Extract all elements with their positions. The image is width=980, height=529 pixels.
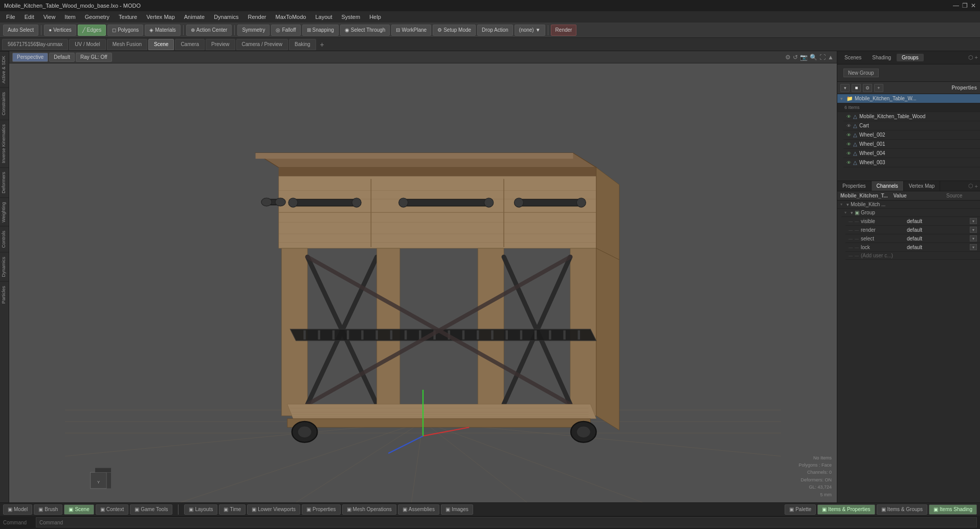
drop-action-button[interactable]: Drop Action bbox=[477, 25, 513, 36]
menu-system[interactable]: System bbox=[337, 13, 364, 21]
sidebar-tab-particles[interactable]: Particles bbox=[0, 281, 9, 308]
tree-item-wheel004[interactable]: 👁 △ Wheel_004 bbox=[843, 149, 980, 158]
right-tab-shading[interactable]: Shading bbox=[867, 54, 896, 61]
tree-item-wheel001[interactable]: 👁 △ Wheel_001 bbox=[843, 140, 980, 149]
vertices-button[interactable]: ● Vertices bbox=[44, 25, 76, 36]
prop-dropdown-lock[interactable]: ▾ bbox=[970, 244, 977, 250]
ray-gl-button[interactable]: Ray GL: Off bbox=[76, 53, 112, 62]
tree-eye-2[interactable]: 👁 bbox=[847, 123, 851, 128]
tree-item-mobile-kitchen-wood[interactable]: 👁 △ Mobile_Kitchen_Table_Wood bbox=[843, 112, 980, 121]
scene-tree[interactable]: ▾ 📁 Mobile_Kitchen_Table_W... 6 Items 👁 … bbox=[837, 94, 980, 181]
bottom-palette-button[interactable]: ▣ Palette bbox=[785, 504, 816, 515]
minimize-button[interactable]: — bbox=[953, 2, 959, 9]
scene-btn-3[interactable]: ⚙ bbox=[863, 84, 872, 92]
workplane-button[interactable]: ⊟ WorkPlane bbox=[391, 25, 431, 36]
bottom-context-button[interactable]: ▣ Context bbox=[96, 504, 128, 515]
polygons-button[interactable]: ◻ Polygons bbox=[107, 25, 143, 36]
prop-expand-icon[interactable]: ⬡ bbox=[968, 183, 973, 189]
viewport-canvas[interactable]: Y No Items Polygons : Face Channels: 0 D… bbox=[9, 63, 837, 502]
snapping-button[interactable]: ⊞ Snapping bbox=[302, 25, 339, 36]
menu-help[interactable]: Help bbox=[365, 13, 385, 21]
bottom-mesh-ops-button[interactable]: ▣ Mesh Operations bbox=[342, 504, 396, 515]
action-center-button[interactable]: ⊕ Action Center bbox=[186, 25, 232, 36]
tree-eye-5[interactable]: 👁 bbox=[847, 151, 851, 156]
tab-preview[interactable]: Preview bbox=[206, 39, 235, 50]
tab-camera-preview[interactable]: Camera / Preview bbox=[236, 39, 288, 50]
tab-mesh-fusion[interactable]: Mesh Fusion bbox=[107, 39, 147, 50]
tree-eye-1[interactable]: 👁 bbox=[847, 114, 851, 119]
menu-render[interactable]: Render bbox=[243, 13, 270, 21]
right-tab-groups[interactable]: Groups bbox=[897, 54, 924, 61]
sidebar-tab-weighting[interactable]: Weighting bbox=[0, 197, 9, 227]
menu-dynamics[interactable]: Dynamics bbox=[210, 13, 242, 21]
bottom-lower-viewports-button[interactable]: ▣ Lower Viewports bbox=[247, 504, 300, 515]
select-through-button[interactable]: ◉ Select Through bbox=[340, 25, 390, 36]
menu-texture[interactable]: Texture bbox=[115, 13, 141, 21]
prop-row-lock[interactable]: — — lock default ▾ bbox=[845, 243, 980, 252]
menu-maxtomodo[interactable]: MaxToModo bbox=[272, 13, 310, 21]
tab-baking[interactable]: Baking bbox=[289, 39, 316, 50]
viewport-settings-icon[interactable]: ⚙ bbox=[785, 54, 791, 61]
scene-btn-1[interactable]: ▾ bbox=[840, 84, 850, 92]
sidebar-tab-dynamics[interactable]: Dynamics bbox=[0, 252, 9, 281]
tree-item-wheel003[interactable]: 👁 △ Wheel_003 bbox=[843, 158, 980, 167]
viewport-expand-icon[interactable]: ⛶ bbox=[819, 54, 826, 61]
bottom-items-shading-button[interactable]: ▣ Items Shading bbox=[929, 504, 977, 515]
sidebar-tab-constraints[interactable]: Constraints bbox=[0, 87, 9, 120]
bottom-items-groups-button[interactable]: ▣ Items & Groups bbox=[877, 504, 927, 515]
scene-btn-4[interactable]: + bbox=[874, 84, 883, 92]
perspective-button[interactable]: Perspective bbox=[12, 53, 48, 62]
tab-uv-model[interactable]: UV / Model bbox=[69, 39, 105, 50]
prop-expand-1[interactable]: ▾ bbox=[847, 202, 851, 207]
scene-btn-2[interactable]: ◽ bbox=[852, 84, 861, 92]
sidebar-tab-deformers[interactable]: Deformers bbox=[0, 167, 9, 197]
tab-lay-unmax[interactable]: 5667175156$lay-unmax bbox=[2, 39, 68, 50]
menu-geometry[interactable]: Geometry bbox=[81, 13, 114, 21]
menu-view[interactable]: View bbox=[39, 13, 60, 21]
maximize-button[interactable]: ❐ bbox=[962, 2, 968, 9]
new-group-button[interactable]: New Group bbox=[843, 69, 879, 77]
prop-tab-properties[interactable]: Properties bbox=[837, 181, 872, 191]
prop-dropdown-render[interactable]: ▾ bbox=[970, 227, 977, 233]
menu-vertex-map[interactable]: Vertex Map bbox=[142, 13, 179, 21]
default-shading-button[interactable]: Default bbox=[49, 53, 75, 62]
sidebar-tab-controls[interactable]: Controls bbox=[0, 226, 9, 252]
prop-tab-channels[interactable]: Channels bbox=[872, 181, 904, 191]
bottom-layouts-button[interactable]: ▣ Layouts bbox=[184, 504, 217, 515]
prop-row-group[interactable]: ▾ ▾ ▣ Group bbox=[841, 209, 980, 217]
tree-eye-4[interactable]: 👁 bbox=[847, 142, 851, 147]
edges-button[interactable]: ╱ Edges bbox=[78, 25, 106, 36]
prop-row-select[interactable]: — — select default ▾ bbox=[845, 234, 980, 243]
tree-eye-3[interactable]: 👁 bbox=[847, 133, 851, 138]
viewport-refresh-icon[interactable]: ↺ bbox=[793, 54, 798, 61]
tab-add-button[interactable]: + bbox=[317, 39, 327, 50]
tree-item-root[interactable]: ▾ 📁 Mobile_Kitchen_Table_W... bbox=[837, 94, 980, 103]
menu-animate[interactable]: Animate bbox=[180, 13, 209, 21]
expand-icon[interactable]: ⬡ bbox=[968, 54, 973, 61]
prop-row-parent[interactable]: ▾ ▾ Mobile_Kitch ... bbox=[837, 201, 980, 209]
tab-scene[interactable]: Scene bbox=[148, 39, 174, 50]
menu-edit[interactable]: Edit bbox=[20, 13, 38, 21]
bottom-time-button[interactable]: ▣ Time bbox=[219, 504, 246, 515]
viewport-maximize-icon[interactable]: ▲ bbox=[828, 54, 834, 61]
bottom-game-tools-button[interactable]: ▣ Game Tools bbox=[130, 504, 172, 515]
bottom-items-properties-button[interactable]: ▣ Items & Properties bbox=[817, 504, 875, 515]
bottom-assemblies-button[interactable]: ▣ Assemblies bbox=[398, 504, 439, 515]
viewport-zoom-icon[interactable]: 🔍 bbox=[810, 54, 817, 61]
right-tab-scenes[interactable]: Scenes bbox=[839, 54, 866, 61]
prop-dropdown-visible[interactable]: ▾ bbox=[970, 218, 977, 224]
bottom-images-button[interactable]: ▣ Images bbox=[441, 504, 473, 515]
tree-item-wheel002[interactable]: 👁 △ Wheel_002 bbox=[843, 130, 980, 140]
tree-item-cart[interactable]: 👁 △ Cart bbox=[843, 121, 980, 130]
tree-eye-6[interactable]: 👁 bbox=[847, 160, 851, 165]
menu-layout[interactable]: Layout bbox=[311, 13, 336, 21]
auto-select-button[interactable]: Auto Select bbox=[3, 25, 38, 36]
prop-row-visible[interactable]: — — visible default ▾ bbox=[845, 217, 980, 226]
prop-tab-vertex-map[interactable]: Vertex Map bbox=[904, 181, 941, 191]
close-button[interactable]: ✕ bbox=[971, 2, 976, 9]
bottom-model-button[interactable]: ▣ Model bbox=[3, 504, 32, 515]
prop-dropdown-select[interactable]: ▾ bbox=[970, 235, 977, 241]
render-button[interactable]: Render bbox=[551, 25, 577, 36]
prop-add-icon[interactable]: + bbox=[975, 183, 978, 189]
sidebar-tab-active-sdk[interactable]: Active & SDK bbox=[0, 51, 9, 87]
